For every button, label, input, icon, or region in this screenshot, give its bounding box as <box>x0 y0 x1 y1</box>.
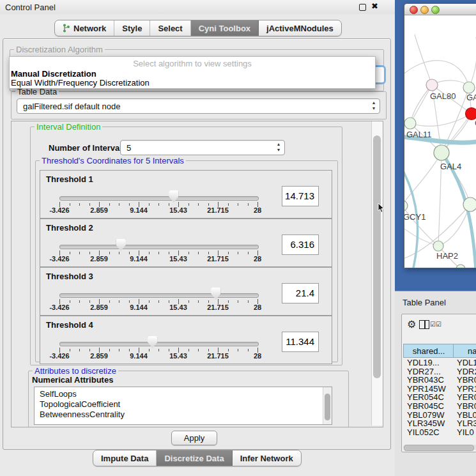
slider-tick <box>198 300 199 303</box>
threshold-slider-track[interactable] <box>59 293 259 298</box>
slider-tick <box>198 252 199 254</box>
numerical-attributes-label: Numerical Attributes <box>32 375 113 385</box>
network-node-h[interactable] <box>463 197 476 211</box>
tab-style[interactable]: Style <box>114 20 150 36</box>
slider-tick <box>169 349 169 351</box>
threshold-value-field[interactable]: 11.344 <box>282 332 319 352</box>
slider-tick-label: 28 <box>238 206 277 214</box>
network-edge[interactable] <box>469 37 476 88</box>
threshold-value-field[interactable]: 6.316 <box>282 234 319 255</box>
table-header-name[interactable]: name <box>453 344 476 358</box>
close-traffic-light-icon[interactable] <box>410 6 418 14</box>
table-scrollbar-thumb[interactable] <box>404 445 474 451</box>
slider-tick-label: 9.144 <box>119 303 158 311</box>
bottom-tab-impute-data[interactable]: Impute Data <box>93 450 157 466</box>
table-panel-box: ⚙ ☑☑ shared... name YDL19...YDL1YDR27...… <box>401 314 476 452</box>
network-edge[interactable] <box>410 114 472 126</box>
numerical-attributes-list[interactable]: SelfLoopsTopologicalCoefficientBetweenne… <box>34 387 332 425</box>
slider-tick-label: -3.426 <box>40 352 79 360</box>
threshold-slider-track[interactable] <box>59 342 259 346</box>
slider-tick <box>109 300 110 303</box>
attribute-item[interactable]: BetweennessCentrality <box>40 410 125 419</box>
algorithm-option-equal-width[interactable]: Equal Width/Frequency Discretization <box>11 78 150 88</box>
slider-tick-label: 28 <box>238 255 277 263</box>
threshold-coordinates-title: Threshold's Coordinates for 5 Intervals <box>40 156 186 165</box>
zoom-traffic-light-icon[interactable] <box>431 6 440 14</box>
close-icon[interactable]: ✖ <box>371 1 378 11</box>
algorithm-option-manual[interactable]: Manual Discretization <box>11 69 96 79</box>
network-node[interactable] <box>456 265 465 268</box>
threshold-value-field[interactable]: 21.4 <box>282 283 319 303</box>
slider-tick <box>208 300 209 303</box>
network-edge[interactable] <box>410 85 432 123</box>
table-data-combobox[interactable]: galFiltered.sif default node ▴▾ <box>17 98 380 114</box>
minimize-traffic-light-icon[interactable] <box>420 6 429 14</box>
column-layout-icon[interactable] <box>419 320 429 329</box>
slider-tick-label: 21.715 <box>199 206 237 214</box>
node-table[interactable]: shared... name YDL19...YDL1YDR27...YDR2Y… <box>403 344 476 445</box>
network-node-gal4[interactable] <box>434 145 449 160</box>
attribute-item[interactable]: TopologicalCoefficient <box>40 399 120 409</box>
slider-tick <box>109 349 110 351</box>
bottom-tab-infer-network[interactable]: Infer Network <box>233 450 301 466</box>
threshold-slider-track[interactable] <box>59 196 259 201</box>
network-edge[interactable] <box>404 153 441 206</box>
table-panel-area: Table Panel ⚙ ☑☑ shared... name YDL19...… <box>395 291 476 476</box>
list-scrollbar[interactable] <box>323 387 332 424</box>
combobox-spinner-icon[interactable]: ▴▾ <box>277 141 280 153</box>
slider-tick <box>198 349 199 351</box>
float-window-icon[interactable] <box>359 4 366 11</box>
bottom-tab-discretize-data[interactable]: Discretize Data <box>157 450 232 466</box>
threshold-slider-track[interactable] <box>59 245 259 249</box>
slider-tick <box>149 300 150 303</box>
network-edge[interactable] <box>438 204 470 246</box>
select-columns-icon[interactable]: ☑☑ <box>430 321 441 328</box>
network-node-gal80[interactable] <box>426 79 438 91</box>
network-edge[interactable] <box>415 35 432 85</box>
network-canvas[interactable]: GAL80GACGAL11GAL4GCY1HHAP2 <box>404 15 476 268</box>
slider-tick <box>158 252 159 254</box>
slider-tick <box>188 203 189 206</box>
apply-button[interactable]: Apply <box>171 431 217 445</box>
slider-tick <box>158 349 159 351</box>
network-node-gal11[interactable] <box>404 118 416 129</box>
table-horizontal-scrollbar[interactable] <box>403 445 476 450</box>
network-node-ga[interactable] <box>463 82 475 93</box>
slider-tick-label: 21.715 <box>199 255 237 263</box>
panel-scrollbar-thumb[interactable] <box>373 135 381 378</box>
tab-cyni-toolbox[interactable]: Cyni Toolbox <box>191 20 259 36</box>
slider-tick <box>129 300 130 303</box>
network-node-hap2[interactable] <box>433 241 443 251</box>
combobox-spinner-icon[interactable]: ▴▾ <box>372 100 375 111</box>
slider-tick-label: 28 <box>238 303 277 311</box>
slider-tick <box>208 349 209 351</box>
algorithm-placeholder-option[interactable]: Select algorithm to view settings <box>10 59 375 68</box>
gear-icon[interactable]: ⚙ <box>407 318 416 330</box>
table-header-shared[interactable]: shared... <box>403 344 454 358</box>
threshold-value-field[interactable]: 14.713 <box>282 186 319 206</box>
slider-tick <box>188 300 189 303</box>
threshold-slider-thumb[interactable] <box>148 336 157 348</box>
control-panel: Control Panel ✖ NetworkStyleSelectCyni T… <box>0 0 395 476</box>
list-scrollbar-thumb[interactable] <box>325 394 330 420</box>
slider-tick <box>248 300 249 303</box>
threshold-slider-thumb[interactable] <box>169 190 178 203</box>
slider-tick <box>70 300 70 303</box>
slider-tick <box>109 252 110 254</box>
threshold-slider-thumb[interactable] <box>211 288 220 300</box>
slider-tick <box>238 300 238 303</box>
tab-network[interactable]: Network <box>55 20 114 36</box>
slider-tick <box>169 203 169 206</box>
bottom-tab-label: Discretize Data <box>164 454 224 463</box>
attribute-item[interactable]: SelfLoops <box>40 389 77 399</box>
number-of-intervals-combobox[interactable]: 5 ▴▾ <box>120 140 285 155</box>
network-node-gcy1[interactable] <box>404 201 408 211</box>
tab-jactivemnodules[interactable]: jActiveMNodules <box>259 20 341 36</box>
slider-tick-label: 2.859 <box>80 352 118 360</box>
threshold-label: Threshold 1 <box>46 174 93 184</box>
threshold-slider-thumb[interactable] <box>116 239 126 251</box>
tab-select[interactable]: Select <box>150 20 190 36</box>
panel-vertical-scrollbar[interactable] <box>371 121 383 426</box>
slider-tick <box>119 300 119 303</box>
network-window-titlebar[interactable] <box>404 4 476 15</box>
